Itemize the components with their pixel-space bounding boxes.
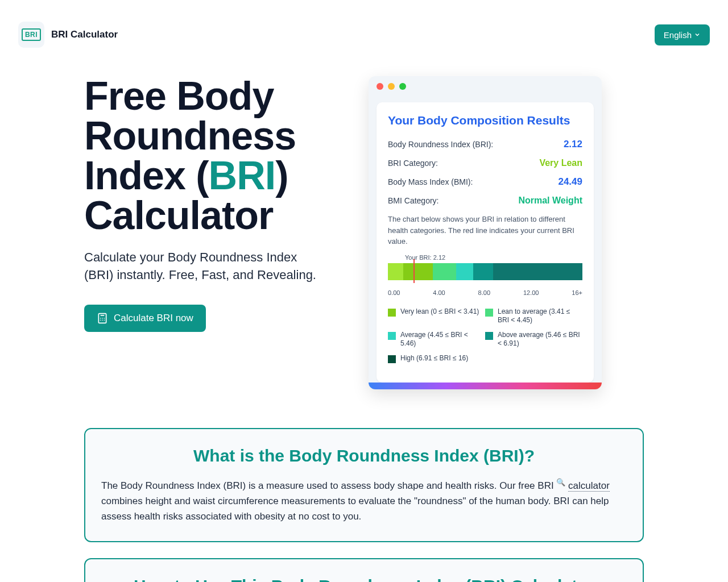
what-is-bri-body: The Body Roundness Index (BRI) is a meas… (101, 477, 627, 524)
calculate-button[interactable]: Calculate BRI now (84, 305, 206, 332)
chart-ticks: 0.00 4.00 8.00 12.00 16+ (388, 289, 582, 296)
hero-subtitle: Calculate your Body Roundness Index (BRI… (84, 249, 329, 284)
calculator-tooltip[interactable]: calculator (568, 480, 610, 492)
logo-badge: BRI (18, 22, 44, 48)
hero-title: Free Body Roundness Index (BRI) Calculat… (84, 76, 346, 235)
what-is-bri-box: What is the Body Roundness Index (BRI)? … (84, 428, 644, 542)
language-label: English (664, 30, 692, 40)
calculator-icon (97, 313, 108, 324)
preview-window: Your Body Composition Results Body Round… (369, 76, 602, 389)
calculate-button-label: Calculate BRI now (114, 313, 193, 324)
gradient-strip (369, 383, 602, 389)
bri-category-label: BRI Category: (388, 159, 438, 168)
chart-legend: Very lean (0 ≤ BRI < 3.41) Lean to avera… (388, 307, 582, 369)
bri-label: Body Roundness Index (BRI): (388, 140, 493, 149)
bri-category-value: Very Lean (539, 158, 582, 168)
how-to-use-title: How to Use This Body Roundness Index (BR… (101, 576, 627, 582)
your-bri-label: Your BRI: 2.12 (405, 254, 582, 261)
chevron-down-icon (694, 31, 701, 38)
site-name: BRI Calculator (51, 29, 118, 40)
results-card: Your Body Composition Results Body Round… (377, 102, 594, 383)
bmi-label: Body Mass Index (BMI): (388, 177, 473, 186)
magnify-icon: 🔍 (556, 478, 565, 487)
bmi-category-label: BMI Category: (388, 196, 439, 205)
site-logo[interactable]: BRI BRI Calculator (18, 22, 118, 48)
chart-description: The chart below shows your BRI in relati… (388, 214, 582, 247)
bri-value: 2.12 (564, 139, 582, 150)
window-controls (369, 76, 602, 97)
minimize-dot-icon (388, 83, 395, 90)
bri-indicator-line (413, 259, 415, 283)
maximize-dot-icon (399, 83, 406, 90)
bmi-value: 24.49 (558, 176, 582, 188)
close-dot-icon (377, 83, 383, 90)
how-to-use-box: How to Use This Body Roundness Index (BR… (84, 558, 644, 582)
what-is-bri-title: What is the Body Roundness Index (BRI)? (101, 446, 627, 465)
logo-abbr: BRI (22, 28, 41, 41)
bri-chart-bar (388, 263, 582, 280)
language-selector[interactable]: English (655, 24, 710, 45)
results-heading: Your Body Composition Results (388, 114, 582, 127)
bmi-category-value: Normal Weight (518, 196, 582, 206)
